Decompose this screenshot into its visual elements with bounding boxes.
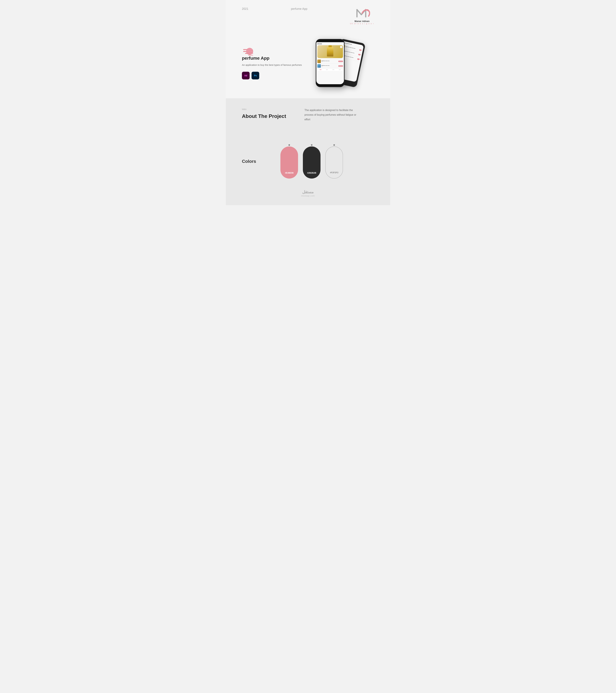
designer-subtitle: UX UI d e s i g n e r xyxy=(350,23,374,24)
color-swatch-dark: #2B2B2B xyxy=(303,144,320,179)
app-title: perfume App xyxy=(242,56,303,61)
mostaql-arabic-text: مستقل xyxy=(301,190,315,194)
nav-dot-profile xyxy=(339,70,341,70)
tool-ps-label: Ps xyxy=(254,74,257,77)
about-right: The application is designed to facilitat… xyxy=(304,108,374,122)
phone-product-list: BRAND Name Name Name 125 Add to cart BRA… xyxy=(317,59,343,68)
header-row: 2021 perfume App Manar Adnan UX UI d e s… xyxy=(242,6,374,24)
phone-notch xyxy=(316,40,344,42)
color-swatch-light: #F2F2F2 xyxy=(325,144,343,179)
phone-bottom-nav xyxy=(317,68,343,71)
phone-product-row-1: BRAND Name Name Name 125 Add to cart xyxy=(317,59,343,64)
color-pin-dark xyxy=(311,144,313,146)
add-to-cart-2[interactable]: Add to cart xyxy=(338,65,343,67)
color-hex-dark: #2B2B2B xyxy=(307,172,316,174)
about-left: Intro About The Project xyxy=(242,108,298,122)
color-pill-light: #F2F2F2 xyxy=(325,146,343,179)
mostaql-logo: مستقل mostaql.com xyxy=(301,190,315,197)
phone-main-product: ↗ xyxy=(317,45,343,58)
wind-line-1 xyxy=(243,49,253,50)
subtitle-rest: UI d e s i g n e r xyxy=(353,23,374,24)
header-app-name: perfume App xyxy=(291,7,307,11)
logo-area: Manar Adnan UX UI d e s i g n e r xyxy=(350,6,374,24)
tools-row: Xd Ps xyxy=(242,72,303,79)
phone-brand-label: BRAND xyxy=(317,43,343,45)
tool-xd-label: Xd xyxy=(244,74,247,77)
color-pin-light xyxy=(333,144,335,146)
product-btn-2: ♡ xyxy=(358,54,361,56)
notch-bar xyxy=(327,40,333,42)
colors-title: Colors xyxy=(242,159,274,164)
wind-line-4 xyxy=(248,55,253,56)
phone-product-row-2: BRAND Name Name Name 3.42 Add to cart xyxy=(317,64,343,68)
footer-watermark: مستقل mostaql.com xyxy=(242,185,374,199)
prod-details-1: BRAND Name Name Name 125 xyxy=(321,60,338,62)
phone-mockup-area: Favorite perfume list BRAND Name Name Na… xyxy=(303,37,374,89)
perfume-bottle xyxy=(327,47,333,57)
bottom-section: Intro About The Project The application … xyxy=(226,98,390,205)
colors-left: Colors xyxy=(242,159,274,164)
left-content: perfume App An application to buy the be… xyxy=(242,47,303,79)
prod-details-2: BRAND Name Name Name 3.42 xyxy=(321,65,338,67)
top-section: 2021 perfume App Manar Adnan UX UI d e s… xyxy=(226,0,390,98)
nav-dot-search xyxy=(326,70,328,70)
app-description: An application to buy the best types of … xyxy=(242,63,303,67)
color-swatch-pink: #E48E98 xyxy=(280,144,298,179)
perfume-cap xyxy=(329,45,332,47)
prod-thumb-2 xyxy=(317,64,321,68)
wind-logo xyxy=(242,47,253,56)
designer-name: Manar Adnan xyxy=(355,20,370,22)
wind-line-2 xyxy=(243,51,253,52)
color-pin-pink xyxy=(289,144,290,146)
content-row: perfume App An application to buy the be… xyxy=(242,37,374,89)
subtitle-ux: UX xyxy=(350,23,353,24)
header-year: 2021 xyxy=(242,7,248,11)
mostaql-latin-text: mostaql.com xyxy=(301,195,315,197)
about-text: The application is designed to facilitat… xyxy=(304,108,362,122)
phone-front-screen: BRAND ↗ BRAND Name Name Name xyxy=(316,42,344,84)
about-section: Intro About The Project The application … xyxy=(242,108,374,128)
nav-dot-home xyxy=(320,70,321,70)
prod-price-2: 3.42 xyxy=(321,66,338,67)
about-title: About The Project xyxy=(242,113,298,119)
prod-price-1: 125 xyxy=(321,61,338,62)
prod-thumb-1 xyxy=(317,60,321,63)
share-button[interactable]: ↗ xyxy=(340,46,342,48)
color-pill-pink: #E48E98 xyxy=(280,146,298,179)
tool-ps-badge: Ps xyxy=(252,72,259,79)
color-hex-light: #F2F2F2 xyxy=(330,171,338,174)
color-pill-dark: #2B2B2B xyxy=(303,146,320,179)
phone-front: BRAND ↗ BRAND Name Name Name xyxy=(316,39,344,87)
product-btn-1: ♡ xyxy=(359,49,362,51)
tool-xd-badge: Xd xyxy=(242,72,250,79)
brand-logo xyxy=(354,6,370,19)
wind-line-3 xyxy=(245,53,253,54)
colors-swatches: #E48E98 #2B2B2B #F2F2F2 xyxy=(280,144,374,179)
nav-dot-cart xyxy=(332,70,334,70)
intro-label: Intro xyxy=(242,108,298,111)
color-hex-pink: #E48E98 xyxy=(285,172,294,174)
colors-section: Colors #E48E98 #2B2B2B #F2F2F2 xyxy=(242,141,374,185)
add-to-cart-1[interactable]: Add to cart xyxy=(338,61,343,62)
product-btn-3: ♡ xyxy=(357,58,360,60)
